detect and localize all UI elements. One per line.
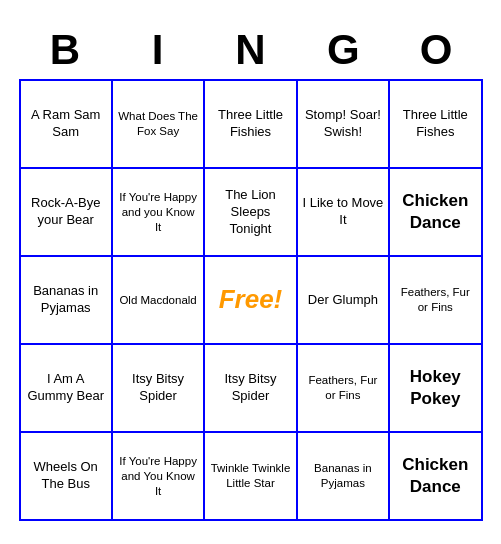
bingo-cell-22[interactable]: Twinkle Twinkle Little Star [205,433,297,521]
bingo-cell-7[interactable]: The Lion Sleeps Tonight [205,169,297,257]
bingo-cell-5[interactable]: Rock-A-Bye your Bear [21,169,113,257]
bingo-cell-2[interactable]: Three Little Fishies [205,81,297,169]
bingo-cell-10[interactable]: Bananas in Pyjamas [21,257,113,345]
bingo-cell-20[interactable]: Wheels On The Bus [21,433,113,521]
bingo-grid: A Ram Sam SamWhat Does The Fox SayThree … [19,79,483,521]
bingo-letter-g: G [297,23,390,77]
bingo-letter-o: O [390,23,483,77]
bingo-cell-11[interactable]: Old Macdonald [113,257,205,345]
bingo-card: BINGO A Ram Sam SamWhat Does The Fox Say… [11,15,491,529]
bingo-cell-0[interactable]: A Ram Sam Sam [21,81,113,169]
bingo-cell-6[interactable]: If You're Happy and you Know It [113,169,205,257]
bingo-cell-3[interactable]: Stomp! Soar! Swish! [298,81,390,169]
bingo-cell-8[interactable]: I Like to Move It [298,169,390,257]
bingo-cell-19[interactable]: Hokey Pokey [390,345,482,433]
bingo-cell-16[interactable]: Itsy Bitsy Spider [113,345,205,433]
bingo-cell-14[interactable]: Feathers, Fur or Fins [390,257,482,345]
bingo-letter-n: N [204,23,297,77]
bingo-cell-9[interactable]: Chicken Dance [390,169,482,257]
bingo-cell-21[interactable]: If You're Happy and You Know It [113,433,205,521]
bingo-cell-18[interactable]: Feathers, Fur or Fins [298,345,390,433]
bingo-cell-15[interactable]: I Am A Gummy Bear [21,345,113,433]
bingo-cell-24[interactable]: Chicken Dance [390,433,482,521]
bingo-cell-23[interactable]: Bananas in Pyjamas [298,433,390,521]
bingo-cell-13[interactable]: Der Glumph [298,257,390,345]
bingo-cell-12[interactable]: Free! [205,257,297,345]
bingo-cell-1[interactable]: What Does The Fox Say [113,81,205,169]
bingo-letter-b: B [19,23,112,77]
bingo-cell-17[interactable]: Itsy Bitsy Spider [205,345,297,433]
bingo-letter-i: I [111,23,204,77]
bingo-header: BINGO [19,23,483,77]
bingo-cell-4[interactable]: Three Little Fishes [390,81,482,169]
